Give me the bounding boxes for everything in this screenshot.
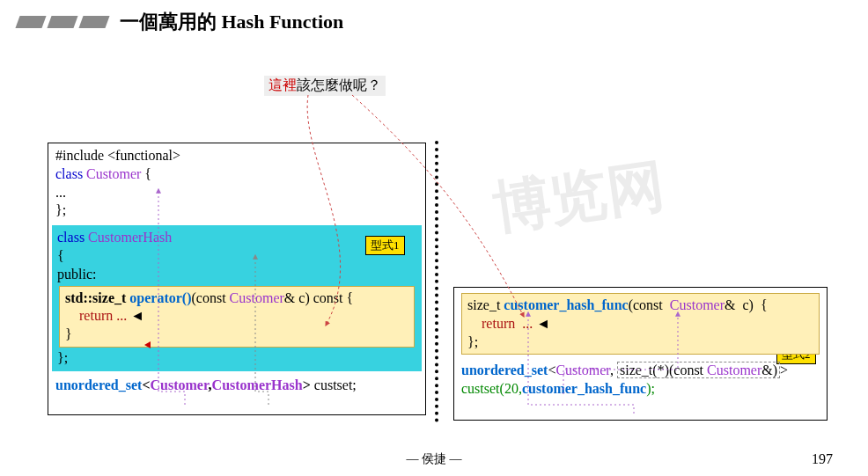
class-body-dots: ... [55,184,418,202]
func-close: }; [467,333,813,352]
include-line: #include <functional> [55,147,418,165]
hash-func-region: size_t customer_hash_func(const Customer… [461,293,820,355]
hash-class-decl: class CustomerHash [57,229,416,247]
slide-header: 一個萬用的 Hash Function [18,9,343,35]
return-arrow-icon [144,341,151,348]
watermark-text: 博览网 [489,147,669,247]
hash-open-brace: { [57,247,416,266]
left-code-box: #include <functional> class Customer { .… [48,143,426,415]
operator-region: std::size_t operator()(const Customer& c… [59,286,415,348]
left-usage: unordered_set<Customer,CustomerHash> cus… [55,377,418,395]
right-usage-1: unordered_set<Customer, size_t(*)(const … [461,362,820,380]
class-close: }; [55,201,418,220]
func-return: return ... ◄ [467,315,813,333]
footer-author: — 侯捷 — [0,451,868,467]
operator-return: return ... ◄ [65,307,408,326]
slide-title: 一個萬用的 Hash Function [120,9,343,35]
page-number: 197 [812,451,833,467]
callout-highlight: 這裡 [268,77,297,92]
right-code-box: size_t customer_hash_func(const Customer… [453,287,828,421]
func-sig: size_t customer_hash_func(const Customer… [467,297,813,315]
right-usage-2: custset(20,customer_hash_func); [461,380,820,399]
callout-rest: 該怎麼做呢？ [297,77,381,92]
hash-close: }; [57,349,416,368]
callout-bubble: 這裡該怎麼做呢？ [264,76,386,96]
operator-sig: std::size_t operator()(const Customer& c… [65,289,408,308]
class-customer-line: class Customer { [55,165,418,184]
fn-ptr-type: size_t(*)(const Customer&) [617,362,780,378]
header-bars-icon [18,16,107,28]
operator-close: } [65,326,408,344]
badge-type-1: 型式1 [365,236,405,255]
hash-public: public: [57,266,416,284]
vertical-divider [435,141,444,422]
